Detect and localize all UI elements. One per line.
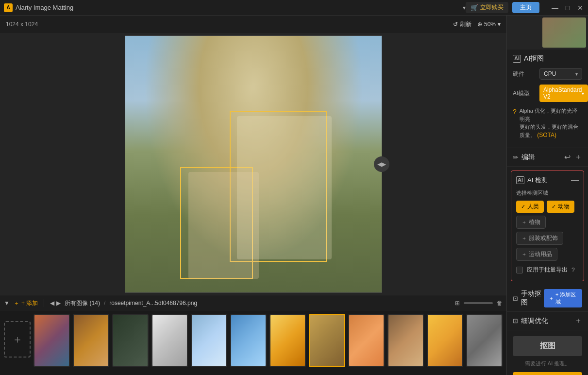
edit-section-header: ✏ 编辑 ↩ ＋ [507, 148, 588, 167]
canvas-image: ◀▶ [125, 35, 382, 293]
thumbnail-3[interactable] [112, 314, 149, 367]
app-logo: A [4, 3, 13, 12]
zoom-control[interactable]: ⊕ 50% ▾ [477, 21, 501, 28]
window-controls: — □ ✕ [551, 4, 584, 12]
minimize-button[interactable]: — [551, 4, 559, 12]
add-image-button[interactable]: ＋ + 添加 [14, 299, 38, 307]
detect-tag-human[interactable]: ✓ 人类 [516, 201, 544, 213]
ai-detect-icon: AI [516, 176, 524, 184]
thumbnail-8-active[interactable] [309, 314, 345, 367]
detect-tag-animal[interactable]: ✓ 动物 [547, 201, 574, 213]
ai-detect-title: AI 检测 [527, 176, 548, 185]
thumbnail-9[interactable] [348, 314, 385, 367]
tag-animal-label: 动物 [558, 203, 570, 211]
filmstrip-collapse-button[interactable]: ▼ [4, 300, 10, 307]
matting-action-area: 抠图 需要进行 AI 推理。 开始 [507, 330, 588, 375]
add-thumbnail-button[interactable]: ＋ [4, 321, 31, 358]
plus-icon-3: ＋ [521, 251, 527, 258]
thumbnail-10[interactable] [387, 314, 424, 367]
right-panel: AI AI抠图 硬件 CPU ▾ AI模型 AlphaStandard V2 ▾ [506, 16, 588, 375]
fine-opt-icon: ⊡ [513, 317, 518, 324]
edit-title: 编辑 [521, 153, 535, 162]
filmstrip-slider[interactable] [464, 302, 493, 304]
manual-matting-title: 手动抠图 [521, 290, 544, 307]
fine-opt-add-button[interactable]: ＋ [574, 316, 582, 326]
edit-left: ✏ 编辑 [513, 153, 535, 162]
thumbnail-7[interactable] [269, 314, 306, 367]
thumbnail-11[interactable] [427, 314, 463, 367]
manual-matting-panel: ⊡ 手动抠图 ＋ + 添加区域 [507, 285, 588, 312]
ai-detect-title-group: AI AI 检测 [516, 176, 548, 185]
model-select[interactable]: AlphaStandard V2 ▾ [539, 85, 588, 102]
thumbnail-6[interactable] [230, 314, 267, 367]
filmstrip-thumbnails: ＋ [0, 311, 506, 375]
hardware-select[interactable]: CPU ▾ [539, 68, 582, 80]
manual-left: ⊡ 手动抠图 [513, 290, 544, 307]
buy-button[interactable]: 🛒 立即购买 [466, 2, 508, 13]
audio-toggle-button[interactable]: ◀▶ [374, 156, 389, 172]
home-button[interactable]: 主页 [512, 2, 539, 13]
fine-optimization-panel: ⊡ 细调优化 ＋ [507, 312, 588, 330]
thumbnail-12[interactable] [466, 314, 503, 367]
filmstrip-header: ▼ ＋ + 添加 ◀ ▶ 所有图像 (14) / roseetpiment_A.… [0, 295, 506, 311]
thumbnail-4[interactable] [151, 314, 188, 367]
matting-button[interactable]: 抠图 [513, 336, 582, 356]
add-edit-button[interactable]: ＋ [574, 152, 582, 162]
check-icon: ✓ [521, 204, 525, 210]
nav-prev-icon[interactable]: ◀ [50, 300, 54, 307]
sota-badge: (SOTA) [537, 132, 556, 138]
nav-next-icon[interactable]: ▶ [56, 300, 61, 307]
manual-matting-icon: ⊡ [513, 295, 518, 302]
tag-plant-label: 植物 [529, 218, 540, 226]
thumbnail-1[interactable] [34, 314, 70, 367]
model-field-row: AI模型 AlphaStandard V2 ▾ [513, 85, 582, 102]
grid-view-icon[interactable]: ⊞ [455, 300, 460, 307]
detect-tags: ✓ 人类 ✓ 动物 ＋ 植物 ＋ 服装或配饰 ＋ 运动用品 [516, 201, 579, 261]
filmstrip-controls-right: ⊞ 🗑 [455, 300, 503, 307]
title-bar: A Aiarty Image Matting ▾ 🛒 立即购买 主页 — □ ✕ [0, 0, 588, 16]
refresh-button[interactable]: ↺ 刷新 [453, 20, 471, 29]
delete-button[interactable]: 🗑 [497, 300, 503, 307]
tag-sports-label: 运动用品 [529, 250, 552, 258]
preview-thumbnail [542, 17, 586, 48]
close-button[interactable]: ✕ [576, 4, 584, 12]
ai-matting-icon: AI [513, 55, 521, 62]
model-info-row: ? Alpha 优化，更好的光泽明亮更好的头发，更好的混合质量。 (SOTA) [513, 107, 582, 139]
check-icon-2: ✓ [552, 204, 556, 210]
thumbnail-2[interactable] [73, 314, 109, 367]
ai-detect-collapse-button[interactable]: — [571, 176, 579, 185]
hardware-value: CPU [544, 70, 556, 77]
maximize-button[interactable]: □ [564, 4, 571, 12]
speaker-icon: ◀▶ [377, 161, 386, 168]
hardware-dropdown-icon: ▾ [575, 71, 578, 77]
thumbnail-5[interactable] [191, 314, 227, 367]
ai-matting-title: AI抠图 [524, 54, 544, 63]
canvas-container[interactable]: ◀▶ [0, 33, 506, 295]
add-region-icon: ＋ [549, 295, 554, 302]
ai-matting-header: AI AI抠图 [513, 54, 582, 63]
image-background [125, 36, 382, 292]
batch-export-checkbox[interactable] [516, 267, 523, 273]
canvas-size-label: 1024 x 1024 [6, 21, 38, 28]
undo-button[interactable]: ↩ [564, 153, 571, 162]
canvas-area: 1024 x 1024 ↺ 刷新 ⊕ 50% ▾ [0, 16, 506, 375]
batch-help-icon[interactable]: ? [571, 267, 575, 273]
detect-tag-clothing[interactable]: ＋ 服装或配饰 [516, 232, 563, 245]
filmstrip-nav: ◀ ▶ [50, 300, 61, 307]
model-info-text: Alpha 优化，更好的光泽明亮更好的头发，更好的混合质量。 (SOTA) [520, 107, 582, 139]
ai-hint-text: 需要进行 AI 推理。 [513, 360, 582, 367]
start-button[interactable]: 开始 [513, 372, 582, 375]
edit-icon: ✏ [513, 153, 519, 161]
ai-detection-panel: AI AI 检测 — 选择检测区域 ✓ 人类 ✓ 动物 ＋ 植物 [511, 170, 584, 281]
hardware-field-row: 硬件 CPU ▾ [513, 68, 582, 80]
filmstrip-all-images[interactable]: 所有图像 (14) [65, 299, 100, 307]
main-layout: 1024 x 1024 ↺ 刷新 ⊕ 50% ▾ [0, 16, 588, 375]
plus-icon: ＋ [521, 219, 527, 226]
detect-tag-plant[interactable]: ＋ 植物 [516, 216, 546, 229]
add-icon: ＋ [14, 299, 19, 307]
zoom-icon: ⊕ [477, 21, 482, 28]
filmstrip-area: ▼ ＋ + 添加 ◀ ▶ 所有图像 (14) / roseetpiment_A.… [0, 295, 506, 375]
add-region-button[interactable]: ＋ + 添加区域 [544, 289, 582, 307]
detect-tag-sports[interactable]: ＋ 运动用品 [516, 248, 557, 261]
zoom-dropdown-icon: ▾ [498, 21, 501, 28]
